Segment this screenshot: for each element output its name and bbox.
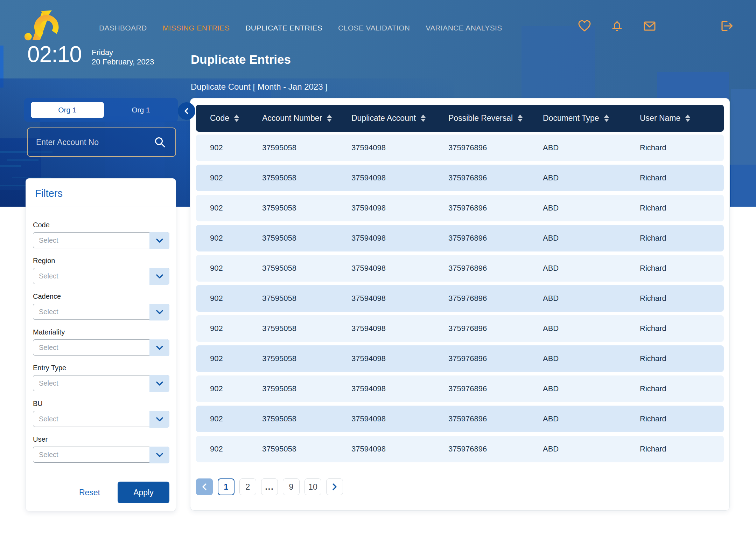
ad-monogram-logo[interactable] <box>22 7 59 43</box>
select-region[interactable]: Select <box>33 268 169 284</box>
chevron-down-icon <box>156 453 163 457</box>
column-header-code[interactable]: Code <box>210 113 262 123</box>
table-cell: Richard <box>640 444 724 454</box>
org-tab-inactive[interactable]: Org 1 <box>104 98 178 122</box>
apply-button[interactable]: Apply <box>118 482 169 503</box>
table-cell: ABD <box>543 264 640 273</box>
building-shape <box>731 89 756 207</box>
table-cell: Richard <box>640 204 724 213</box>
select-chevron-button[interactable] <box>149 268 169 285</box>
table-cell: 375976896 <box>448 294 543 303</box>
table-cell: 37594098 <box>351 414 448 423</box>
column-header-duplicate-account[interactable]: Duplicate Account <box>351 113 448 123</box>
filter-field-region: RegionSelect <box>33 257 169 284</box>
select-chevron-button[interactable] <box>149 375 169 392</box>
messages-mail-icon[interactable] <box>642 18 657 34</box>
table-row[interactable]: 9023759505837594098375976896ABDRichard <box>196 345 724 372</box>
tech-line-decoration <box>7 159 38 161</box>
column-label: Document Type <box>543 113 599 123</box>
table-cell: ABD <box>543 384 640 393</box>
table-row[interactable]: 9023759505837594098375976896ABDRichard <box>196 315 724 342</box>
chevron-right-icon <box>331 483 338 491</box>
table-cell: 37594098 <box>351 204 448 213</box>
table-cell: 902 <box>210 173 262 182</box>
chevron-left-icon <box>201 483 208 491</box>
select-cadence[interactable]: Select <box>33 304 169 320</box>
column-header-account-number[interactable]: Account Number <box>262 113 351 123</box>
sort-icon[interactable] <box>518 115 523 122</box>
table-cell: 902 <box>210 414 262 423</box>
account-search-input[interactable]: Enter Account No <box>27 127 176 157</box>
reset-button[interactable]: Reset <box>79 488 100 497</box>
table-cell: 37594098 <box>351 173 448 182</box>
pagination-prev-button[interactable] <box>196 478 213 495</box>
logout-icon[interactable] <box>718 18 734 34</box>
nav-item-close-validation[interactable]: CLOSE VALIDATION <box>338 24 410 32</box>
pagination-page-9[interactable]: 9 <box>283 478 300 495</box>
table-cell: 37594098 <box>351 324 448 333</box>
sort-icon[interactable] <box>327 115 332 122</box>
pagination-next-button[interactable] <box>326 478 343 495</box>
sort-icon[interactable] <box>604 115 609 122</box>
select-chevron-button[interactable] <box>149 339 169 356</box>
search-icon[interactable] <box>154 136 166 149</box>
sort-icon[interactable] <box>685 115 690 122</box>
table-cell: 37595058 <box>262 354 351 363</box>
column-label: Account Number <box>262 113 322 123</box>
nav-item-dashboard[interactable]: DASHBOARD <box>99 24 147 32</box>
table-body: 9023759505837594098375976896ABDRichard90… <box>196 134 724 462</box>
table-row[interactable]: 9023759505837594098375976896ABDRichard <box>196 165 724 191</box>
column-header-possible-reversal[interactable]: Possible Reversal <box>448 113 543 123</box>
table-cell: 902 <box>210 354 262 363</box>
column-header-user-name[interactable]: User Name <box>640 113 724 123</box>
table-row[interactable]: 9023759505837594098375976896ABDRichard <box>196 436 724 462</box>
favorites-heart-icon[interactable] <box>577 18 592 34</box>
table-row[interactable]: 9023759505837594098375976896ABDRichard <box>196 225 724 251</box>
select-user[interactable]: Select <box>33 447 169 463</box>
table-cell: 375976896 <box>448 264 543 273</box>
select-bu[interactable]: Select <box>33 411 169 427</box>
table-row[interactable]: 9023759505837594098375976896ABDRichard <box>196 255 724 282</box>
column-header-document-type[interactable]: Document Type <box>543 113 640 123</box>
sort-icon[interactable] <box>234 115 239 122</box>
building-shape <box>0 46 4 88</box>
pagination-page-2[interactable]: 2 <box>239 478 256 495</box>
chevron-down-icon <box>156 345 163 350</box>
table-row[interactable]: 9023759505837594098375976896ABDRichard <box>196 195 724 221</box>
sidebar-collapse-button[interactable] <box>178 102 195 120</box>
nav-item-variance-analysis[interactable]: VARIANCE ANALYSIS <box>426 24 502 32</box>
tech-line-decoration <box>0 165 21 167</box>
table-cell: 37594098 <box>351 444 448 454</box>
nav-item-missing-entries[interactable]: MISSING ENTRIES <box>163 24 230 32</box>
duplicate-entries-table-card: CodeAccount NumberDuplicate AccountPossi… <box>190 98 730 511</box>
pagination-ellipsis[interactable]: ... <box>261 478 278 495</box>
table-row[interactable]: 9023759505837594098375976896ABDRichard <box>196 134 724 161</box>
select-entry-type[interactable]: Select <box>33 375 169 391</box>
select-chevron-button[interactable] <box>149 447 169 463</box>
select-chevron-button[interactable] <box>149 411 169 428</box>
table-cell: 37594098 <box>351 143 448 152</box>
org-tab-active[interactable]: Org 1 <box>31 102 104 118</box>
select-placeholder: Select <box>39 379 58 387</box>
table-cell: ABD <box>543 294 640 303</box>
clock-day: Friday <box>92 48 154 57</box>
nav-item-duplicate-entries[interactable]: DUPLICATE ENTRIES <box>245 24 322 32</box>
filter-field-user: UserSelect <box>33 435 169 463</box>
table-row[interactable]: 9023759505837594098375976896ABDRichard <box>196 406 724 432</box>
pagination-page-10[interactable]: 10 <box>304 478 321 495</box>
notifications-bell-icon[interactable] <box>609 18 625 34</box>
chevron-down-icon <box>156 310 163 315</box>
filters-title: Filters <box>35 188 63 199</box>
pagination-page-1[interactable]: 1 <box>218 478 234 495</box>
table-cell: 375976896 <box>448 354 543 363</box>
select-chevron-button[interactable] <box>149 232 169 249</box>
table-cell: 37595058 <box>262 143 351 152</box>
sort-icon[interactable] <box>421 115 426 122</box>
select-code[interactable]: Select <box>33 232 169 248</box>
select-materiality[interactable]: Select <box>33 339 169 356</box>
chevron-down-icon <box>156 381 163 386</box>
table-row[interactable]: 9023759505837594098375976896ABDRichard <box>196 285 724 312</box>
select-chevron-button[interactable] <box>149 304 169 320</box>
table-row[interactable]: 9023759505837594098375976896ABDRichard <box>196 375 724 402</box>
table-cell: ABD <box>543 204 640 213</box>
